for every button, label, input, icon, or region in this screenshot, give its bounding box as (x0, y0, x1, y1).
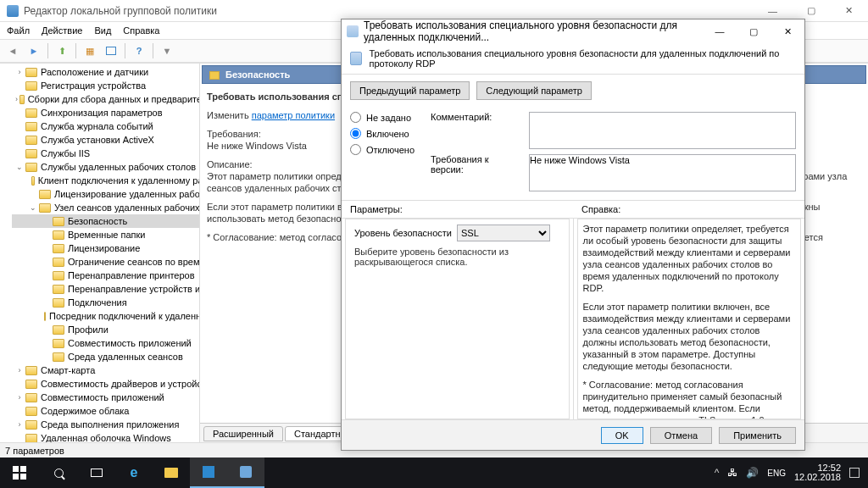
dialog-close-button[interactable]: ✕ (771, 19, 804, 43)
tree-item[interactable]: Служба журнала событий (12, 119, 200, 133)
folder-icon (53, 244, 64, 253)
tree-item[interactable]: Ограничение сеансов по времени (12, 255, 200, 269)
tree-item[interactable]: Лицензирование (12, 241, 200, 255)
details-button[interactable] (102, 42, 120, 60)
start-button[interactable] (0, 458, 39, 488)
chevron-right-icon[interactable]: › (15, 364, 24, 376)
cancel-button[interactable]: Отмена (650, 427, 712, 444)
help-button[interactable]: ? (130, 42, 148, 60)
tree-item[interactable]: Службы IIS (12, 147, 200, 160)
chevron-down-icon[interactable]: ⌄ (29, 202, 37, 214)
dialog-title: Требовать использования специального уро… (364, 19, 703, 43)
tree-item-label: Службы IIS (41, 147, 90, 159)
tree-item[interactable]: ⌄Узел сеансов удаленных рабочих столов (12, 201, 200, 214)
folder-icon (25, 108, 37, 118)
up-button[interactable]: ⬆ (53, 42, 71, 60)
menu-view[interactable]: Вид (94, 25, 111, 36)
apply-button[interactable]: Применить (719, 427, 796, 444)
back-button[interactable]: ◄ (3, 42, 22, 60)
tree-item[interactable]: Клиент подключения к удаленному рабочему… (12, 174, 200, 187)
tree-item[interactable]: Временные папки (12, 228, 200, 241)
tree-item[interactable]: Совместимость драйверов и устройств (12, 377, 200, 391)
folder-icon (25, 163, 37, 172)
help-pane[interactable]: Этот параметр политики определяет, требу… (577, 219, 802, 419)
taskbar-search-button[interactable] (39, 458, 78, 488)
forward-button[interactable]: ► (25, 42, 43, 60)
tree-item[interactable]: Лицензирование удаленных рабочих столов (12, 187, 200, 201)
tree-item[interactable]: ›Среда выполнения приложения (12, 418, 200, 431)
tree-item[interactable]: Перенаправление принтеров (12, 269, 200, 282)
tree-item[interactable]: ›Расположение и датчики (12, 65, 200, 79)
radio-not-configured[interactable]: Не задано (350, 112, 422, 123)
prev-setting-button[interactable]: Предыдущий параметр (350, 81, 470, 100)
chevron-right-icon[interactable]: › (15, 419, 24, 430)
tree-item[interactable]: ›Смарт-карта (12, 363, 200, 377)
edit-policy-link[interactable]: параметр политики (252, 110, 335, 120)
volume-icon[interactable]: 🔊 (746, 467, 759, 479)
chevron-down-icon[interactable]: ⌄ (15, 161, 24, 173)
state-radio-group: Не задано Включено Отключено (350, 112, 422, 191)
folder-icon (25, 68, 37, 77)
tray-overflow-icon[interactable]: ^ (715, 467, 720, 479)
taskbar-gpedit-icon[interactable] (227, 458, 264, 488)
tree-item[interactable]: Служба установки ActiveX (12, 133, 200, 147)
tree-item[interactable]: ⌄Службы удаленных рабочих столов (12, 160, 200, 174)
policy-tree[interactable]: ›Расположение и датчикиРегистрация устро… (0, 64, 200, 442)
menu-help[interactable]: Справка (123, 25, 159, 36)
show-hide-tree-button[interactable]: ▦ (81, 42, 99, 60)
tree-item[interactable]: Среда удаленных сеансов (12, 350, 200, 363)
tree-item[interactable]: Перенаправление устройств и ресурсов (12, 282, 200, 296)
network-icon[interactable]: 🖧 (727, 467, 737, 479)
ok-button[interactable]: OK (601, 427, 643, 444)
tree-item[interactable]: Удаленная оболочка Windows (12, 431, 200, 442)
main-window-title: Редактор локальной групповой политики (24, 5, 754, 17)
folder-icon (25, 122, 37, 131)
tree-item[interactable]: Синхронизация параметров (12, 106, 200, 119)
security-level-label: Уровень безопасности (354, 228, 452, 238)
tree-item-label: Узел сеансов удаленных рабочих столов (54, 202, 200, 214)
radio-enabled[interactable]: Включено (350, 128, 422, 139)
folder-icon (53, 325, 64, 335)
taskbar-notes-icon[interactable] (190, 458, 227, 488)
tab-extended[interactable]: Расширенный (203, 426, 283, 441)
security-level-select[interactable]: SSL (457, 225, 550, 241)
tree-item[interactable]: Безопасность (12, 214, 200, 228)
chevron-right-icon[interactable]: › (15, 93, 18, 105)
version-field: Не ниже Windows Vista (529, 154, 796, 191)
help-text-p2: Если этот параметр политики включен, все… (583, 301, 796, 372)
params-column-header: Параметры: (342, 201, 573, 218)
clock[interactable]: 12:52 12.02.2018 (794, 463, 841, 482)
tree-item[interactable]: ›Совместимость приложений (12, 391, 200, 404)
folder-icon (53, 339, 64, 348)
tree-item-label: Сборки для сбора данных и предварительны… (28, 93, 200, 105)
tree-item-label: Временные папки (68, 229, 145, 241)
dialog-minimize-button[interactable]: — (703, 19, 737, 43)
task-view-button[interactable] (78, 458, 115, 488)
close-button[interactable]: ✕ (830, 0, 868, 22)
comment-field[interactable] (529, 112, 796, 149)
radio-disabled[interactable]: Отключено (350, 144, 422, 155)
taskbar-ie-icon[interactable]: e (115, 458, 153, 488)
tree-item[interactable]: Совместимость приложений (12, 336, 200, 350)
chevron-right-icon[interactable]: › (15, 66, 24, 78)
gpedit-app-icon (7, 5, 19, 17)
tree-item-label: Ограничение сеансов по времени (68, 256, 200, 268)
menu-action[interactable]: Действие (42, 25, 82, 36)
tree-item[interactable]: Регистрация устройства (12, 79, 200, 92)
chevron-right-icon[interactable]: › (15, 391, 24, 403)
action-center-icon[interactable] (849, 468, 860, 478)
tree-item[interactable]: Посредник подключений к удаленному рабоч… (12, 309, 200, 323)
filter-button[interactable]: ▼ (158, 42, 176, 60)
tree-item-label: Лицензирование (68, 242, 140, 254)
next-setting-button[interactable]: Следующий параметр (476, 81, 592, 100)
dialog-maximize-button[interactable]: ▢ (737, 19, 771, 43)
tree-item[interactable]: ›Сборки для сбора данных и предварительн… (12, 92, 200, 106)
tree-item-label: Среда удаленных сеансов (68, 351, 183, 363)
menu-file[interactable]: Файл (7, 25, 30, 36)
tree-item[interactable]: Профили (12, 323, 200, 336)
language-indicator[interactable]: ENG (767, 469, 786, 478)
taskbar-explorer-icon[interactable] (153, 458, 190, 488)
tree-item[interactable]: Содержимое облака (12, 404, 200, 418)
tree-item[interactable]: Подключения (12, 296, 200, 309)
policy-icon (347, 25, 359, 37)
